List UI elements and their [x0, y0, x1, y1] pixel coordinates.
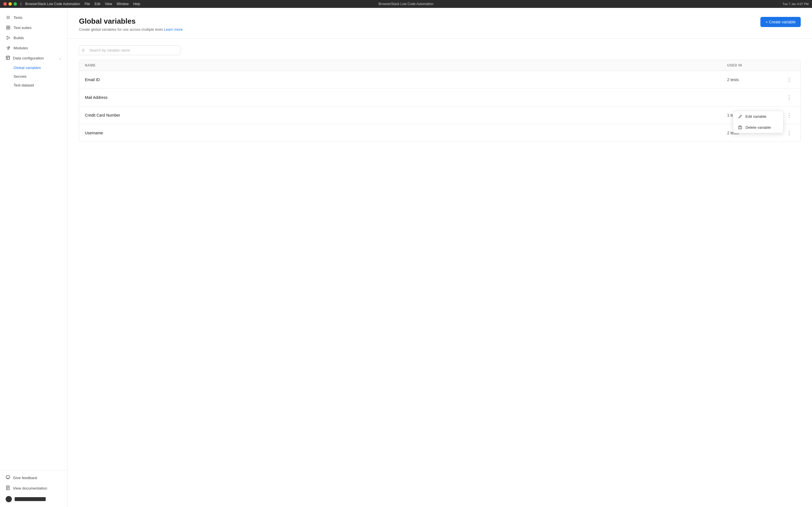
svg-rect-18 [739, 126, 742, 129]
svg-rect-10 [6, 56, 10, 59]
search-bar: ⚲ [79, 45, 181, 55]
traffic-lights [3, 2, 17, 6]
table-row: Email ID 2 tests ⋮ [79, 71, 801, 89]
content-area: ⚲ NAME USED IN Email ID 2 tests ⋮ [68, 39, 812, 507]
avatar [6, 496, 12, 502]
header-text: Global variables Create global variables… [79, 17, 183, 32]
arrows-icon [6, 45, 11, 50]
col-actions [783, 63, 795, 67]
main-content: Global variables Create global variables… [68, 8, 812, 507]
search-icon: ⚲ [82, 48, 85, 53]
var-name-credit-card: Credit Card Number [85, 113, 727, 117]
feedback-icon [6, 475, 10, 481]
sidebar-item-modules[interactable]: Modules [0, 43, 67, 53]
table-header: NAME USED IN [79, 60, 801, 71]
main-header: Global variables Create global variables… [68, 8, 812, 39]
maximize-button[interactable] [13, 2, 17, 6]
titlebar-left:  BrowserStack Low Code Automation File … [3, 2, 140, 6]
svg-rect-6 [8, 28, 10, 29]
menu-view[interactable]: View [105, 2, 112, 6]
sidebar-top: Tests Test suites [0, 10, 67, 470]
menu-edit[interactable]: Edit [94, 2, 100, 6]
grid-icon [6, 25, 11, 30]
var-name-email-id: Email ID [85, 77, 727, 82]
pencil-icon [738, 114, 743, 119]
sidebar-bottom: Give feedback View documentation [0, 470, 67, 507]
col-used-in: USED IN [727, 63, 783, 67]
sidebar-item-give-feedback[interactable]: Give feedback [0, 473, 67, 483]
create-variable-button[interactable]: + Create variable [760, 17, 801, 27]
menu-bar: BrowserStack Low Code Automation File Ed… [25, 2, 140, 6]
svg-marker-7 [7, 36, 10, 40]
minimize-button[interactable] [8, 2, 12, 6]
delete-variable-label: Delete variable [746, 125, 771, 129]
table-row: Credit Card Number 1 test ⋮ [79, 107, 801, 124]
sidebar-label-builds: Builds [13, 36, 24, 40]
sidebar-label-tests: Tests [13, 15, 22, 20]
used-in-email-id: 2 tests [727, 77, 783, 82]
give-feedback-label: Give feedback [13, 476, 37, 480]
sidebar-item-view-documentation[interactable]: View documentation [0, 483, 67, 494]
more-menu-button-username[interactable]: ⋮ [783, 129, 795, 136]
user-name [15, 497, 46, 501]
table-icon [6, 55, 10, 61]
doc-icon [6, 486, 10, 491]
svg-rect-4 [8, 26, 10, 27]
window-title: BrowserStack Low Code Automation [378, 2, 434, 6]
sidebar-item-secrets[interactable]: Secrets [13, 72, 67, 81]
menu-window[interactable]: Window [117, 2, 129, 6]
titlebar-right: Tue 7 Jan 4:07 PM [782, 2, 809, 6]
sidebar-item-builds[interactable]: Builds [0, 33, 67, 43]
col-name: NAME [85, 63, 727, 67]
close-button[interactable] [3, 2, 7, 6]
var-name-username: Username [85, 131, 727, 135]
svg-rect-3 [6, 26, 8, 27]
more-menu-button-email-id[interactable]: ⋮ [783, 76, 795, 83]
view-documentation-label: View documentation [13, 486, 47, 490]
svg-rect-5 [6, 28, 8, 29]
more-menu-button-credit-card[interactable]: ⋮ [783, 112, 795, 119]
svg-rect-13 [6, 476, 10, 478]
learn-more-link[interactable]: Learn more [164, 27, 183, 32]
user-bar[interactable] [0, 494, 67, 505]
sidebar-item-global-variables[interactable]: Global variables [13, 63, 67, 72]
table-row: Mail Address ⋮ Edit variable [79, 89, 801, 107]
sidebar-label-test-suites: Test suites [13, 25, 32, 30]
sidebar-label-modules: Modules [13, 46, 28, 50]
context-menu-edit-variable[interactable]: Edit variable [733, 111, 783, 122]
datetime: Tue 7 Jan 4:07 PM [782, 2, 809, 6]
page-subtitle: Create global variables for use across m… [79, 27, 183, 32]
page-title: Global variables [79, 17, 183, 25]
sidebar-item-data-configuration[interactable]: Data configuration ⌄ [0, 53, 67, 63]
sidebar-item-tests[interactable]: Tests [0, 12, 67, 22]
search-input[interactable] [79, 45, 181, 55]
list-icon [6, 15, 11, 20]
context-menu: Edit variable [733, 111, 783, 133]
var-name-mail-address: Mail Address [85, 95, 727, 100]
table-row: Username 2 tests ⋮ [79, 124, 801, 142]
sidebar-section-left: Data configuration [6, 55, 44, 61]
sidebar: Tests Test suites [0, 8, 68, 507]
more-menu-button-mail-address[interactable]: ⋮ [783, 94, 795, 101]
edit-variable-label: Edit variable [746, 114, 766, 119]
titlebar:  BrowserStack Low Code Automation File … [0, 0, 812, 8]
sidebar-submenu: Global variables Secrets Test dataset [0, 63, 67, 90]
menu-help[interactable]: Help [133, 2, 140, 6]
sidebar-item-test-suites[interactable]: Test suites [0, 22, 67, 33]
context-menu-delete-variable[interactable]: Delete variable [733, 122, 783, 133]
menu-app[interactable]: BrowserStack Low Code Automation [25, 2, 80, 6]
menu-file[interactable]: File [85, 2, 90, 6]
sidebar-item-test-dataset[interactable]: Test dataset [13, 81, 67, 90]
variables-table: NAME USED IN Email ID 2 tests ⋮ Mail Add… [79, 60, 801, 142]
trash-icon [738, 126, 743, 129]
sidebar-label-data-configuration: Data configuration [13, 56, 44, 60]
app-layout: Tests Test suites [0, 8, 812, 507]
play-icon [6, 35, 11, 40]
chevron-down-icon: ⌄ [59, 56, 62, 60]
apple-icon:  [20, 2, 22, 6]
